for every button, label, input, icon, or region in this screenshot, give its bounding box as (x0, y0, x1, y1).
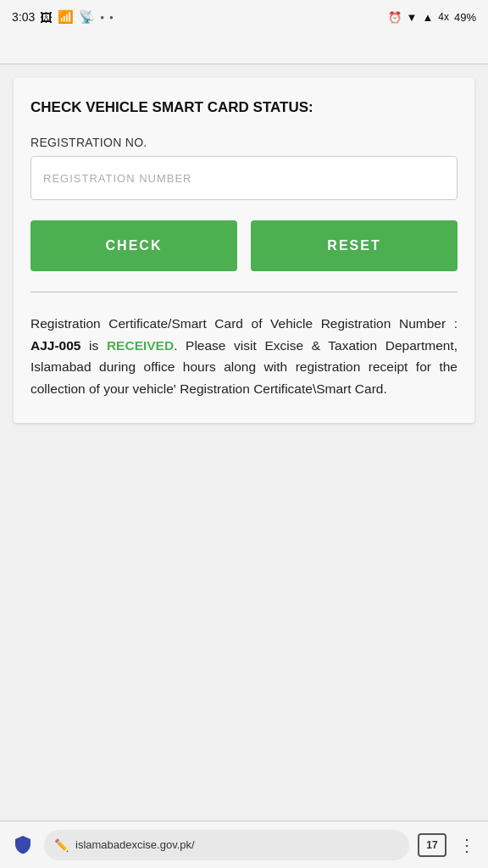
registration-number-input[interactable] (30, 156, 458, 200)
wifi-icon: ▲ (422, 11, 433, 24)
photo-icon: 🖼 (40, 10, 53, 25)
field-label: REGISTRATION NO. (30, 136, 458, 149)
sim-icon2: 📡 (79, 9, 95, 25)
edit-icon: ✏️ (54, 838, 69, 852)
more-options-button[interactable]: ⋮ (455, 835, 478, 855)
sim-icon1: 📶 (58, 9, 74, 25)
top-nav-strip (0, 34, 488, 64)
signal-icon: ▼ (407, 11, 418, 24)
status-bar: 3:03 🖼 📶 📡 ● ● ⏰ ▼ ▲ 4x 49% (0, 0, 488, 34)
content-area: CHECK VEHICLE SMART CARD STATUS: REGISTR… (0, 64, 488, 821)
result-middle: is (80, 338, 106, 353)
network-icon: 4x (438, 11, 449, 23)
time-display: 3:03 (12, 10, 35, 24)
dot-icon2: ● (109, 14, 114, 21)
tabs-count-button[interactable]: 17 (418, 833, 446, 857)
url-text: islamabadexcise.gov.pk/ (75, 838, 399, 851)
main-card: CHECK VEHICLE SMART CARD STATUS: REGISTR… (14, 78, 474, 423)
result-prefix: Registration Certificate/Smart Card of V… (30, 316, 458, 331)
shield-icon[interactable] (10, 832, 36, 858)
bottom-browser-bar: ✏️ islamabadexcise.gov.pk/ 17 ⋮ (0, 821, 488, 868)
result-status-word: RECEIVED (107, 338, 174, 353)
result-reg-number: AJJ-005 (30, 338, 80, 353)
battery-display: 49% (454, 11, 476, 24)
buttons-row: CHECK RESET (30, 220, 458, 271)
url-bar[interactable]: ✏️ islamabadexcise.gov.pk/ (44, 830, 409, 860)
check-button[interactable]: CHECK (30, 220, 237, 271)
dot-icon: ● (100, 14, 104, 21)
alarm-icon: ⏰ (388, 11, 402, 24)
reset-button[interactable]: RESET (251, 220, 458, 271)
result-section: Registration Certificate/Smart Card of V… (30, 313, 458, 399)
section-divider (30, 292, 458, 292)
status-left: 3:03 🖼 📶 📡 ● ● (12, 9, 114, 25)
card-title: CHECK VEHICLE SMART CARD STATUS: (30, 98, 458, 117)
status-right: ⏰ ▼ ▲ 4x 49% (388, 11, 476, 24)
